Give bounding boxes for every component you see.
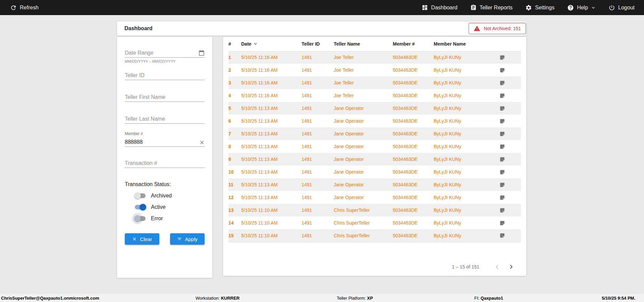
date-range-field: MM/DD/YYYY – MM/DD/YYYY (125, 48, 205, 63)
table-row[interactable]: 10 5/10/25 11:13 AM 1491 Jane Operator 5… (228, 166, 521, 178)
active-switch[interactable] (134, 204, 146, 210)
cell-member-name: ByLyJI KUNy (434, 229, 499, 242)
note-icon[interactable] (499, 229, 521, 242)
col-header-date[interactable]: Date (241, 37, 302, 51)
table-row[interactable]: 9 5/10/25 11:13 AM 1491 Jane Operator 50… (228, 153, 521, 166)
teller-last-name-input[interactable] (125, 116, 205, 122)
note-icon[interactable] (499, 217, 521, 229)
table-row[interactable]: 6 5/10/25 11:13 AM 1491 Jane Operator 50… (228, 115, 521, 127)
cell-num: 7 (228, 127, 241, 140)
col-header-teller-name[interactable]: Teller Name (334, 37, 393, 51)
cell-teller-name: Jane Operator (334, 166, 393, 178)
toggle-active[interactable]: Active (125, 201, 205, 213)
teller-id-input[interactable] (125, 72, 205, 78)
note-icon[interactable] (499, 127, 521, 140)
calendar-icon[interactable] (199, 50, 205, 56)
date-range-input[interactable] (125, 50, 197, 56)
table-row[interactable]: 7 5/10/25 11:13 AM 1491 Jane Operator 50… (228, 127, 521, 140)
cell-date: 5/10/25 11:10 AM (241, 217, 302, 229)
nav-settings[interactable]: Settings (525, 4, 554, 11)
cell-member-number: 5034463DE (393, 229, 434, 242)
table-row[interactable]: 3 5/10/25 11:16 AM 1491 Joe Teller 50344… (228, 76, 521, 89)
transactions-table: # Date Teller ID Teller Name Member # Me… (228, 37, 521, 242)
cell-date: 5/10/25 11:13 AM (241, 191, 302, 204)
cell-member-number: 5034463DE (393, 89, 434, 102)
cell-date: 5/10/25 11:13 AM (241, 115, 302, 127)
table-row[interactable]: 2 5/10/25 11:16 AM 1491 Joe Teller 50344… (228, 64, 521, 76)
cell-date: 5/10/25 11:13 AM (241, 178, 302, 191)
note-icon[interactable] (499, 89, 521, 102)
cell-member-name: ByLyJI KUNy (434, 204, 499, 217)
toggle-error[interactable]: Error (125, 213, 205, 224)
refresh-label: Refresh (20, 5, 39, 11)
note-icon[interactable] (499, 166, 521, 178)
col-header-member-name[interactable]: Member Name (434, 37, 499, 51)
cell-member-number: 5034463DE (393, 64, 434, 76)
cell-member-number: 5034463DE (393, 166, 434, 178)
col-header-member-number[interactable]: Member # (393, 37, 434, 51)
cell-member-name: ByLyJI KUNy (434, 115, 499, 127)
cell-teller-name: Jane Operator (334, 140, 393, 153)
note-icon[interactable] (499, 64, 521, 76)
note-icon[interactable] (499, 153, 521, 166)
cell-num: 1 (228, 51, 241, 64)
not-archived-label: Not Archived: 151 (484, 26, 521, 31)
archived-switch[interactable] (134, 192, 146, 199)
table-row[interactable]: 15 5/10/25 11:10 AM 1491 Chris SuperTell… (228, 229, 521, 242)
note-icon[interactable] (499, 76, 521, 89)
cell-teller-name: Jane Operator (334, 153, 393, 166)
table-row[interactable]: 4 5/10/25 11:16 AM 1491 Joe Teller 50344… (228, 89, 521, 102)
col-header-teller-id[interactable]: Teller ID (302, 37, 334, 51)
col-header-num: # (228, 37, 241, 51)
cell-teller-name: Chris SuperTeller (334, 229, 393, 242)
table-row[interactable]: 8 5/10/25 11:13 AM 1491 Jane Operator 50… (228, 140, 521, 153)
note-icon[interactable] (499, 102, 521, 115)
nav-dashboard[interactable]: Dashboard (422, 4, 457, 11)
member-number-input[interactable] (125, 139, 197, 145)
teller-first-name-input[interactable] (125, 94, 205, 100)
nav-settings-label: Settings (535, 5, 554, 11)
note-icon[interactable] (499, 115, 521, 127)
table-row[interactable]: 13 5/10/25 11:10 AM 1491 Chris SuperTell… (228, 204, 521, 217)
date-range-hint: MM/DD/YYYY – MM/DD/YYYY (125, 59, 205, 63)
nav-help[interactable]: Help (567, 4, 596, 11)
note-icon[interactable] (499, 204, 521, 217)
table-row[interactable]: 12 5/10/25 11:13 AM 1491 Jane Operator 5… (228, 191, 521, 204)
cell-member-name: ByLyJI KUNy (434, 153, 499, 166)
clear-button[interactable]: Clear (125, 233, 159, 245)
table-row[interactable]: 11 5/10/25 11:13 AM 1491 Jane Operator 5… (228, 178, 521, 191)
table-row[interactable]: 1 5/10/25 11:16 AM 1491 Joe Teller 50344… (228, 51, 521, 64)
cell-member-name: ByLyJI KUNy (434, 102, 499, 115)
chevron-right-icon[interactable] (507, 263, 515, 270)
cell-member-number: 5034463DE (393, 204, 434, 217)
cell-member-name: ByLyJI KUNy (434, 51, 499, 64)
refresh-button[interactable]: Refresh (10, 4, 39, 11)
cell-num: 2 (228, 64, 241, 76)
transaction-number-field (125, 158, 205, 168)
note-icon[interactable] (499, 140, 521, 153)
transaction-status-label: Transaction Status: (125, 181, 205, 187)
cell-date: 5/10/25 11:10 AM (241, 229, 302, 242)
error-switch[interactable] (134, 215, 146, 222)
toggle-archived[interactable]: Archived (125, 190, 205, 201)
nav-logout[interactable]: Logout (608, 4, 635, 11)
table-row[interactable]: 14 5/10/25 11:10 AM 1491 Chris SuperTell… (228, 217, 521, 229)
cell-teller-name: Jane Operator (334, 191, 393, 204)
member-clear-button[interactable] (199, 140, 205, 145)
cell-member-number: 5034463DE (393, 127, 434, 140)
cell-member-number: 5034463DE (393, 140, 434, 153)
nav-teller-reports[interactable]: Teller Reports (470, 4, 513, 11)
not-archived-badge[interactable]: Not Archived: 151 (469, 23, 526, 34)
note-icon[interactable] (499, 191, 521, 204)
table-row[interactable]: 5 5/10/25 11:13 AM 1491 Jane Operator 50… (228, 102, 521, 115)
transaction-number-input[interactable] (125, 160, 205, 166)
note-icon[interactable] (499, 51, 521, 64)
nav-logout-label: Logout (618, 5, 635, 11)
page-header: Dashboard Not Archived: 151 (117, 21, 526, 36)
chevron-left-icon[interactable] (493, 263, 501, 270)
note-icon[interactable] (499, 178, 521, 191)
cell-member-name: ByLyJI KUNy (434, 64, 499, 76)
cell-date: 5/10/25 11:16 AM (241, 64, 302, 76)
statusbar-datetime: 5/10/25 9:54 PM. (602, 295, 635, 300)
apply-button[interactable]: Apply (170, 233, 205, 245)
